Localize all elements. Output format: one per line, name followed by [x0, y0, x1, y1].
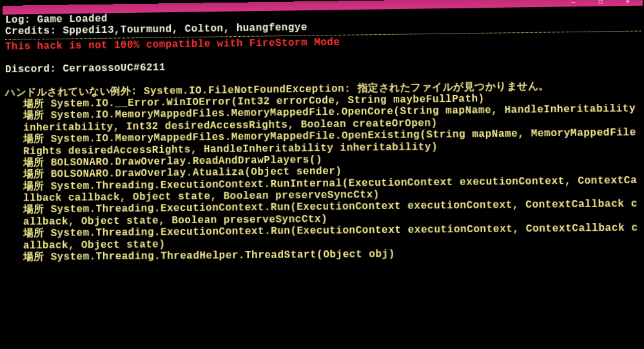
maximize-button[interactable]: □	[587, 0, 614, 6]
minimize-button[interactable]: —	[560, 0, 587, 6]
close-button[interactable]: ✕	[614, 0, 642, 5]
console-output: Log: Game Loaded Credits: Sppedi13,Tourm…	[3, 6, 644, 264]
